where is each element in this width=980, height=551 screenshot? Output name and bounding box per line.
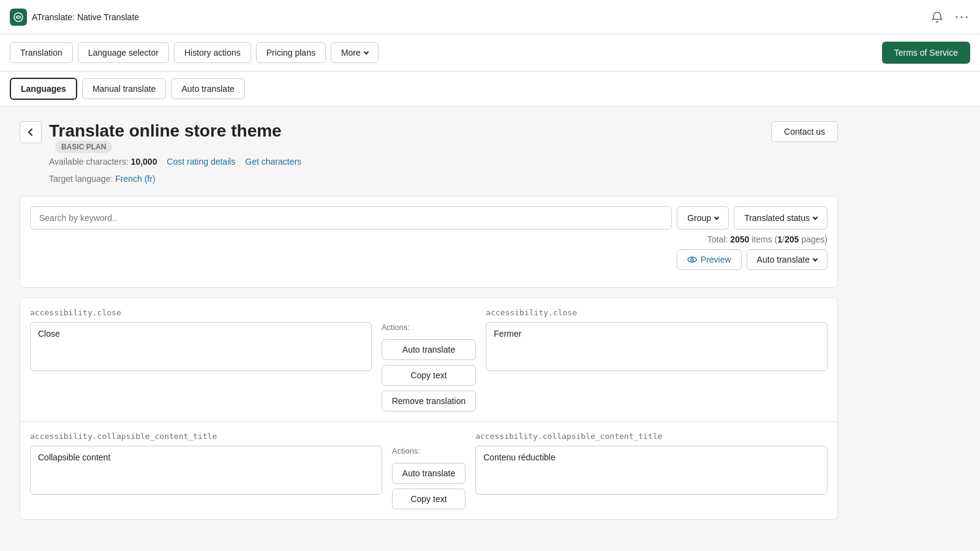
actions-label: Actions:	[392, 446, 466, 455]
nav-more[interactable]: More	[331, 42, 379, 63]
translation-item-header: accessibility.close Close Actions: Auto …	[30, 308, 827, 411]
search-input[interactable]	[30, 206, 672, 230]
contact-us-button[interactable]: Contact us	[771, 121, 838, 142]
translation-item: accessibility.close Close Actions: Auto …	[20, 298, 837, 422]
remove-translation-button[interactable]: Remove translation	[382, 391, 477, 411]
source-key-label: accessibility.close	[30, 308, 372, 317]
source-text-box: Collapsible content	[30, 446, 382, 495]
svg-point-4	[688, 257, 696, 262]
chars-count: 10,000	[131, 157, 157, 167]
target-col: accessibility.close Fermer	[486, 308, 827, 371]
source-col: accessibility.close Close	[30, 308, 372, 371]
page-title: Translate online store theme	[49, 121, 301, 141]
auto-translate-item-button[interactable]: Auto translate	[382, 339, 477, 360]
actions-label: Actions:	[382, 323, 477, 332]
search-filter-inner: Group Translated status	[30, 206, 827, 230]
chevron-down-icon	[714, 215, 719, 220]
actions-col: Actions: Auto translate Copy text Remove…	[382, 308, 477, 411]
cost-rating-link[interactable]: Cost rating details	[167, 157, 235, 167]
page-current: 1	[777, 234, 782, 244]
search-input-wrap	[30, 206, 672, 230]
nav-pricing-plans[interactable]: Pricing plans	[256, 42, 326, 63]
source-text-box: Close	[30, 322, 372, 371]
more-menu-button[interactable]	[953, 13, 970, 21]
translated-status-button[interactable]: Translated status	[734, 206, 827, 230]
available-chars-row: Available characters: 10,000 Cost rating…	[49, 157, 301, 167]
app-logo-icon	[10, 9, 27, 26]
terms-of-service-button[interactable]: Terms of Service	[882, 42, 970, 64]
page-title-area: Translate online store theme BASIC PLAN …	[49, 121, 301, 184]
svg-point-1	[956, 16, 958, 18]
back-button[interactable]	[20, 121, 42, 143]
group-filter-button[interactable]: Group	[677, 206, 729, 230]
target-language-value: French (fr)	[115, 174, 155, 184]
sub-nav-auto-translate[interactable]: Auto translate	[171, 78, 244, 99]
auto-translate-main-button[interactable]: Auto translate	[747, 249, 827, 270]
copy-text-button[interactable]: Copy text	[392, 489, 466, 509]
nav-history-actions[interactable]: History actions	[174, 42, 251, 63]
total-count: 2050	[730, 234, 749, 244]
translation-item: accessibility.collapsible_content_title …	[20, 422, 837, 519]
target-text-box: Contenu réductible	[475, 446, 827, 495]
main-content: Translate online store theme BASIC PLAN …	[0, 107, 858, 534]
svg-point-0	[14, 13, 23, 21]
notification-button[interactable]	[929, 9, 946, 26]
nav-tabs: Translation Language selector History ac…	[0, 34, 980, 72]
page-header: Translate online store theme BASIC PLAN …	[20, 121, 838, 184]
sub-nav: Languages Manual translate Auto translat…	[0, 72, 980, 107]
auto-translate-item-button[interactable]: Auto translate	[392, 463, 466, 484]
sub-nav-manual-translate[interactable]: Manual translate	[82, 78, 167, 99]
nav-right: Terms of Service	[882, 42, 970, 64]
nav-translation[interactable]: Translation	[10, 42, 73, 63]
svg-point-3	[966, 16, 968, 18]
dots-icon	[956, 16, 968, 18]
source-key-label: accessibility.collapsible_content_title	[30, 432, 382, 441]
svg-point-5	[691, 258, 693, 261]
plan-badge: BASIC PLAN	[55, 141, 112, 153]
top-bar-actions	[929, 9, 970, 26]
chevron-down-icon	[364, 50, 369, 54]
page-total: 205	[785, 234, 799, 244]
bell-icon	[931, 11, 943, 23]
arrow-left-icon	[26, 127, 36, 137]
pagination-info: Total: 2050 items (1/205 pages)	[30, 234, 827, 244]
search-filter-bar: Group Translated status Total: 2050 item…	[20, 196, 838, 288]
sub-nav-languages[interactable]: Languages	[10, 78, 77, 100]
source-col: accessibility.collapsible_content_title …	[30, 432, 382, 495]
translation-list: accessibility.close Close Actions: Auto …	[20, 298, 838, 520]
copy-text-button[interactable]: Copy text	[382, 365, 477, 386]
page-header-left: Translate online store theme BASIC PLAN …	[20, 121, 301, 184]
app-logo: ATranslate: Native Translate	[10, 9, 139, 26]
page-title-row: Translate online store theme BASIC PLAN	[49, 121, 301, 153]
main-action-row: Preview Auto translate	[30, 249, 827, 270]
preview-button[interactable]: Preview	[677, 249, 742, 270]
target-language-row: Target language: French (fr)	[49, 174, 301, 184]
translation-item-header: accessibility.collapsible_content_title …	[30, 432, 827, 509]
target-key-label: accessibility.collapsible_content_title	[475, 432, 827, 441]
target-key-label: accessibility.close	[486, 308, 827, 317]
nav-language-selector[interactable]: Language selector	[78, 42, 169, 63]
svg-point-2	[961, 16, 963, 18]
actions-col: Actions: Auto translate Copy text	[392, 432, 466, 509]
chevron-down-icon	[813, 257, 818, 261]
app-title: ATranslate: Native Translate	[32, 12, 139, 22]
target-text-box: Fermer	[486, 322, 827, 371]
top-bar: ATranslate: Native Translate	[0, 0, 980, 34]
get-characters-link[interactable]: Get characters	[245, 157, 301, 167]
target-col: accessibility.collapsible_content_title …	[475, 432, 827, 495]
eye-icon	[687, 255, 697, 264]
chevron-down-icon	[813, 215, 818, 220]
